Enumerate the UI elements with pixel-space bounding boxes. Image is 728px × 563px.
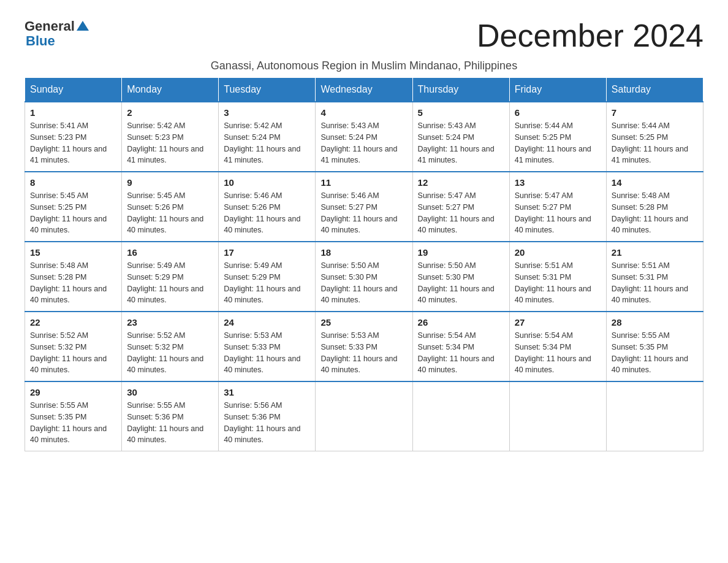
day-number: 18 — [320, 247, 407, 258]
day-info: Sunrise: 5:46 AMSunset: 5:27 PMDaylight:… — [320, 191, 397, 234]
calendar-day-cell: 13 Sunrise: 5:47 AMSunset: 5:27 PMDaylig… — [509, 172, 606, 242]
calendar-week-row: 22 Sunrise: 5:52 AMSunset: 5:32 PMDaylig… — [25, 312, 703, 381]
day-number: 31 — [224, 387, 310, 397]
day-number: 21 — [612, 247, 698, 258]
day-number: 17 — [224, 247, 310, 258]
day-number: 24 — [224, 317, 310, 327]
page-header: General Blue December 2024 — [25, 18, 703, 53]
weekday-header-row: SundayMondayTuesdayWednesdayThursdayFrid… — [25, 78, 703, 102]
day-info: Sunrise: 5:51 AMSunset: 5:31 PMDaylight:… — [515, 261, 591, 304]
day-info: Sunrise: 5:52 AMSunset: 5:32 PMDaylight:… — [127, 331, 203, 374]
calendar-day-cell: 28 Sunrise: 5:55 AMSunset: 5:35 PMDaylig… — [606, 312, 703, 381]
weekday-header-sunday: Sunday — [25, 78, 122, 102]
day-number: 9 — [127, 177, 213, 188]
day-info: Sunrise: 5:44 AMSunset: 5:25 PMDaylight:… — [515, 121, 591, 164]
calendar-table: SundayMondayTuesdayWednesdayThursdayFrid… — [25, 77, 703, 451]
day-info: Sunrise: 5:49 AMSunset: 5:29 PMDaylight:… — [127, 261, 203, 304]
calendar-empty-cell — [509, 381, 606, 451]
logo-general-text: General — [25, 18, 75, 34]
day-number: 15 — [30, 247, 116, 258]
day-number: 27 — [515, 317, 601, 327]
day-number: 7 — [612, 107, 698, 118]
calendar-day-cell: 19 Sunrise: 5:50 AMSunset: 5:30 PMDaylig… — [412, 242, 509, 312]
calendar-empty-cell — [606, 381, 703, 451]
day-info: Sunrise: 5:55 AMSunset: 5:35 PMDaylight:… — [30, 401, 107, 444]
calendar-day-cell: 16 Sunrise: 5:49 AMSunset: 5:29 PMDaylig… — [122, 242, 219, 312]
day-info: Sunrise: 5:43 AMSunset: 5:24 PMDaylight:… — [320, 121, 397, 164]
day-info: Sunrise: 5:48 AMSunset: 5:28 PMDaylight:… — [612, 191, 688, 234]
calendar-day-cell: 27 Sunrise: 5:54 AMSunset: 5:34 PMDaylig… — [509, 312, 606, 381]
day-info: Sunrise: 5:54 AMSunset: 5:34 PMDaylight:… — [515, 331, 591, 374]
weekday-header-friday: Friday — [509, 78, 606, 102]
weekday-header-wednesday: Wednesday — [316, 78, 412, 102]
day-number: 11 — [320, 177, 407, 188]
day-info: Sunrise: 5:45 AMSunset: 5:26 PMDaylight:… — [127, 191, 203, 234]
day-number: 5 — [418, 107, 504, 118]
weekday-header-monday: Monday — [122, 78, 219, 102]
day-info: Sunrise: 5:55 AMSunset: 5:36 PMDaylight:… — [127, 401, 203, 444]
calendar-day-cell: 5 Sunrise: 5:43 AMSunset: 5:24 PMDayligh… — [412, 102, 509, 172]
day-info: Sunrise: 5:52 AMSunset: 5:32 PMDaylight:… — [30, 331, 107, 374]
day-info: Sunrise: 5:44 AMSunset: 5:25 PMDaylight:… — [612, 121, 688, 164]
location-subtitle: Ganassi, Autonomous Region in Muslim Min… — [25, 59, 703, 72]
calendar-day-cell: 31 Sunrise: 5:56 AMSunset: 5:36 PMDaylig… — [219, 381, 316, 451]
calendar-day-cell: 20 Sunrise: 5:51 AMSunset: 5:31 PMDaylig… — [509, 242, 606, 312]
calendar-week-row: 29 Sunrise: 5:55 AMSunset: 5:35 PMDaylig… — [25, 381, 703, 451]
day-number: 26 — [418, 317, 504, 327]
day-info: Sunrise: 5:48 AMSunset: 5:28 PMDaylight:… — [30, 261, 107, 304]
day-number: 1 — [30, 107, 116, 118]
calendar-day-cell: 22 Sunrise: 5:52 AMSunset: 5:32 PMDaylig… — [25, 312, 122, 381]
calendar-day-cell: 14 Sunrise: 5:48 AMSunset: 5:28 PMDaylig… — [606, 172, 703, 242]
calendar-day-cell: 24 Sunrise: 5:53 AMSunset: 5:33 PMDaylig… — [219, 312, 316, 381]
calendar-day-cell: 3 Sunrise: 5:42 AMSunset: 5:24 PMDayligh… — [219, 102, 316, 172]
calendar-week-row: 15 Sunrise: 5:48 AMSunset: 5:28 PMDaylig… — [25, 242, 703, 312]
calendar-day-cell: 11 Sunrise: 5:46 AMSunset: 5:27 PMDaylig… — [316, 172, 412, 242]
day-number: 10 — [224, 177, 310, 188]
day-info: Sunrise: 5:49 AMSunset: 5:29 PMDaylight:… — [224, 261, 300, 304]
calendar-week-row: 1 Sunrise: 5:41 AMSunset: 5:23 PMDayligh… — [25, 102, 703, 172]
calendar-day-cell: 15 Sunrise: 5:48 AMSunset: 5:28 PMDaylig… — [25, 242, 122, 312]
day-info: Sunrise: 5:56 AMSunset: 5:36 PMDaylight:… — [224, 401, 300, 444]
day-number: 13 — [515, 177, 601, 188]
day-info: Sunrise: 5:50 AMSunset: 5:30 PMDaylight:… — [418, 261, 495, 304]
day-number: 22 — [30, 317, 116, 327]
month-title: December 2024 — [477, 18, 703, 53]
day-info: Sunrise: 5:53 AMSunset: 5:33 PMDaylight:… — [224, 331, 300, 374]
day-number: 14 — [612, 177, 698, 188]
weekday-header-tuesday: Tuesday — [219, 78, 316, 102]
day-info: Sunrise: 5:54 AMSunset: 5:34 PMDaylight:… — [418, 331, 495, 374]
calendar-day-cell: 1 Sunrise: 5:41 AMSunset: 5:23 PMDayligh… — [25, 102, 122, 172]
calendar-empty-cell — [316, 381, 412, 451]
day-number: 20 — [515, 247, 601, 258]
calendar-day-cell: 18 Sunrise: 5:50 AMSunset: 5:30 PMDaylig… — [316, 242, 412, 312]
logo-triangle-icon — [77, 21, 89, 31]
day-info: Sunrise: 5:45 AMSunset: 5:25 PMDaylight:… — [30, 191, 107, 234]
title-area: December 2024 — [477, 18, 703, 53]
day-info: Sunrise: 5:47 AMSunset: 5:27 PMDaylight:… — [418, 191, 495, 234]
day-number: 12 — [418, 177, 504, 188]
calendar-week-row: 8 Sunrise: 5:45 AMSunset: 5:25 PMDayligh… — [25, 172, 703, 242]
calendar-day-cell: 9 Sunrise: 5:45 AMSunset: 5:26 PMDayligh… — [122, 172, 219, 242]
day-info: Sunrise: 5:42 AMSunset: 5:23 PMDaylight:… — [127, 121, 203, 164]
day-info: Sunrise: 5:53 AMSunset: 5:33 PMDaylight:… — [320, 331, 397, 374]
calendar-day-cell: 17 Sunrise: 5:49 AMSunset: 5:29 PMDaylig… — [219, 242, 316, 312]
logo-blue-text: Blue — [26, 33, 55, 49]
calendar-day-cell: 25 Sunrise: 5:53 AMSunset: 5:33 PMDaylig… — [316, 312, 412, 381]
calendar-day-cell: 23 Sunrise: 5:52 AMSunset: 5:32 PMDaylig… — [122, 312, 219, 381]
day-number: 23 — [127, 317, 213, 327]
logo: General Blue — [25, 18, 89, 49]
calendar-day-cell: 10 Sunrise: 5:46 AMSunset: 5:26 PMDaylig… — [219, 172, 316, 242]
day-number: 8 — [30, 177, 116, 188]
calendar-day-cell: 30 Sunrise: 5:55 AMSunset: 5:36 PMDaylig… — [122, 381, 219, 451]
calendar-day-cell: 7 Sunrise: 5:44 AMSunset: 5:25 PMDayligh… — [606, 102, 703, 172]
day-number: 2 — [127, 107, 213, 118]
weekday-header-thursday: Thursday — [412, 78, 509, 102]
day-info: Sunrise: 5:50 AMSunset: 5:30 PMDaylight:… — [320, 261, 397, 304]
day-number: 25 — [320, 317, 407, 327]
calendar-empty-cell — [412, 381, 509, 451]
day-number: 28 — [612, 317, 698, 327]
day-info: Sunrise: 5:42 AMSunset: 5:24 PMDaylight:… — [224, 121, 300, 164]
day-number: 6 — [515, 107, 601, 118]
calendar-day-cell: 8 Sunrise: 5:45 AMSunset: 5:25 PMDayligh… — [25, 172, 122, 242]
day-number: 29 — [30, 387, 116, 397]
